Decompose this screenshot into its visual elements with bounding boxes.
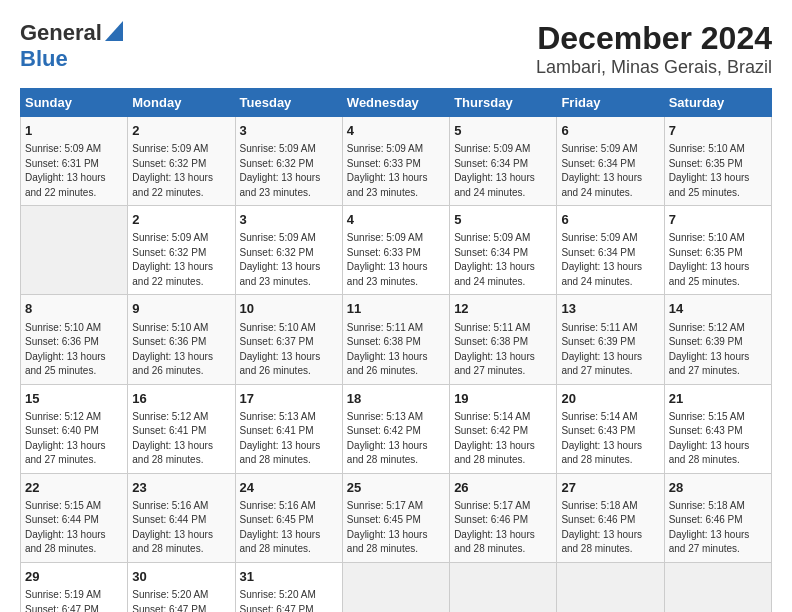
logo: General Blue	[20, 20, 123, 72]
day-number: 31	[240, 568, 338, 586]
col-monday: Monday	[128, 89, 235, 117]
day-number: 12	[454, 300, 552, 318]
calendar-week-row: 15Sunrise: 5:12 AM Sunset: 6:40 PM Dayli…	[21, 384, 772, 473]
day-info: Sunrise: 5:18 AM Sunset: 6:46 PM Dayligh…	[669, 499, 767, 557]
table-row: 30Sunrise: 5:20 AM Sunset: 6:47 PM Dayli…	[128, 562, 235, 612]
day-number: 13	[561, 300, 659, 318]
table-row: 5Sunrise: 5:09 AM Sunset: 6:34 PM Daylig…	[450, 206, 557, 295]
calendar-week-row: 2Sunrise: 5:09 AM Sunset: 6:32 PM Daylig…	[21, 206, 772, 295]
calendar-header-row: Sunday Monday Tuesday Wednesday Thursday…	[21, 89, 772, 117]
day-info: Sunrise: 5:20 AM Sunset: 6:47 PM Dayligh…	[132, 588, 230, 612]
table-row: 12Sunrise: 5:11 AM Sunset: 6:38 PM Dayli…	[450, 295, 557, 384]
table-row: 2Sunrise: 5:09 AM Sunset: 6:32 PM Daylig…	[128, 117, 235, 206]
table-row	[21, 206, 128, 295]
table-row: 25Sunrise: 5:17 AM Sunset: 6:45 PM Dayli…	[342, 473, 449, 562]
day-number: 7	[669, 122, 767, 140]
day-info: Sunrise: 5:11 AM Sunset: 6:38 PM Dayligh…	[347, 321, 445, 379]
day-number: 5	[454, 122, 552, 140]
day-number: 14	[669, 300, 767, 318]
calendar-subtitle: Lambari, Minas Gerais, Brazil	[536, 57, 772, 78]
day-number: 27	[561, 479, 659, 497]
day-info: Sunrise: 5:09 AM Sunset: 6:34 PM Dayligh…	[561, 142, 659, 200]
table-row: 6Sunrise: 5:09 AM Sunset: 6:34 PM Daylig…	[557, 206, 664, 295]
day-info: Sunrise: 5:09 AM Sunset: 6:34 PM Dayligh…	[454, 231, 552, 289]
day-number: 20	[561, 390, 659, 408]
col-saturday: Saturday	[664, 89, 771, 117]
svg-marker-0	[105, 21, 123, 41]
day-info: Sunrise: 5:09 AM Sunset: 6:32 PM Dayligh…	[132, 142, 230, 200]
table-row: 1Sunrise: 5:09 AM Sunset: 6:31 PM Daylig…	[21, 117, 128, 206]
day-number: 26	[454, 479, 552, 497]
day-number: 29	[25, 568, 123, 586]
day-number: 1	[25, 122, 123, 140]
day-number: 2	[132, 211, 230, 229]
day-info: Sunrise: 5:10 AM Sunset: 6:35 PM Dayligh…	[669, 231, 767, 289]
table-row: 17Sunrise: 5:13 AM Sunset: 6:41 PM Dayli…	[235, 384, 342, 473]
table-row: 31Sunrise: 5:20 AM Sunset: 6:47 PM Dayli…	[235, 562, 342, 612]
table-row: 27Sunrise: 5:18 AM Sunset: 6:46 PM Dayli…	[557, 473, 664, 562]
col-sunday: Sunday	[21, 89, 128, 117]
day-number: 11	[347, 300, 445, 318]
day-info: Sunrise: 5:10 AM Sunset: 6:36 PM Dayligh…	[132, 321, 230, 379]
table-row: 18Sunrise: 5:13 AM Sunset: 6:42 PM Dayli…	[342, 384, 449, 473]
day-number: 8	[25, 300, 123, 318]
day-number: 10	[240, 300, 338, 318]
table-row: 8Sunrise: 5:10 AM Sunset: 6:36 PM Daylig…	[21, 295, 128, 384]
day-info: Sunrise: 5:20 AM Sunset: 6:47 PM Dayligh…	[240, 588, 338, 612]
calendar-title: December 2024	[536, 20, 772, 57]
day-info: Sunrise: 5:16 AM Sunset: 6:44 PM Dayligh…	[132, 499, 230, 557]
day-number: 17	[240, 390, 338, 408]
table-row: 20Sunrise: 5:14 AM Sunset: 6:43 PM Dayli…	[557, 384, 664, 473]
table-row: 24Sunrise: 5:16 AM Sunset: 6:45 PM Dayli…	[235, 473, 342, 562]
day-info: Sunrise: 5:18 AM Sunset: 6:46 PM Dayligh…	[561, 499, 659, 557]
day-info: Sunrise: 5:09 AM Sunset: 6:32 PM Dayligh…	[240, 231, 338, 289]
day-info: Sunrise: 5:14 AM Sunset: 6:42 PM Dayligh…	[454, 410, 552, 468]
day-number: 9	[132, 300, 230, 318]
day-number: 15	[25, 390, 123, 408]
day-number: 19	[454, 390, 552, 408]
day-info: Sunrise: 5:13 AM Sunset: 6:42 PM Dayligh…	[347, 410, 445, 468]
day-info: Sunrise: 5:09 AM Sunset: 6:34 PM Dayligh…	[454, 142, 552, 200]
table-row: 14Sunrise: 5:12 AM Sunset: 6:39 PM Dayli…	[664, 295, 771, 384]
day-number: 2	[132, 122, 230, 140]
day-number: 18	[347, 390, 445, 408]
table-row: 15Sunrise: 5:12 AM Sunset: 6:40 PM Dayli…	[21, 384, 128, 473]
table-row: 29Sunrise: 5:19 AM Sunset: 6:47 PM Dayli…	[21, 562, 128, 612]
day-info: Sunrise: 5:14 AM Sunset: 6:43 PM Dayligh…	[561, 410, 659, 468]
day-info: Sunrise: 5:09 AM Sunset: 6:33 PM Dayligh…	[347, 142, 445, 200]
col-thursday: Thursday	[450, 89, 557, 117]
day-info: Sunrise: 5:09 AM Sunset: 6:33 PM Dayligh…	[347, 231, 445, 289]
col-friday: Friday	[557, 89, 664, 117]
day-number: 21	[669, 390, 767, 408]
table-row: 4Sunrise: 5:09 AM Sunset: 6:33 PM Daylig…	[342, 206, 449, 295]
day-info: Sunrise: 5:10 AM Sunset: 6:35 PM Dayligh…	[669, 142, 767, 200]
logo-arrow-icon	[105, 21, 123, 45]
day-number: 5	[454, 211, 552, 229]
table-row	[450, 562, 557, 612]
table-row: 9Sunrise: 5:10 AM Sunset: 6:36 PM Daylig…	[128, 295, 235, 384]
day-number: 30	[132, 568, 230, 586]
col-wednesday: Wednesday	[342, 89, 449, 117]
table-row: 7Sunrise: 5:10 AM Sunset: 6:35 PM Daylig…	[664, 206, 771, 295]
calendar-week-row: 8Sunrise: 5:10 AM Sunset: 6:36 PM Daylig…	[21, 295, 772, 384]
day-number: 22	[25, 479, 123, 497]
day-info: Sunrise: 5:12 AM Sunset: 6:40 PM Dayligh…	[25, 410, 123, 468]
table-row: 3Sunrise: 5:09 AM Sunset: 6:32 PM Daylig…	[235, 206, 342, 295]
day-number: 7	[669, 211, 767, 229]
logo-blue: Blue	[20, 46, 68, 71]
day-number: 25	[347, 479, 445, 497]
table-row: 6Sunrise: 5:09 AM Sunset: 6:34 PM Daylig…	[557, 117, 664, 206]
table-row	[342, 562, 449, 612]
calendar-week-row: 29Sunrise: 5:19 AM Sunset: 6:47 PM Dayli…	[21, 562, 772, 612]
table-row: 2Sunrise: 5:09 AM Sunset: 6:32 PM Daylig…	[128, 206, 235, 295]
day-number: 24	[240, 479, 338, 497]
day-info: Sunrise: 5:12 AM Sunset: 6:39 PM Dayligh…	[669, 321, 767, 379]
day-info: Sunrise: 5:17 AM Sunset: 6:46 PM Dayligh…	[454, 499, 552, 557]
day-info: Sunrise: 5:13 AM Sunset: 6:41 PM Dayligh…	[240, 410, 338, 468]
day-info: Sunrise: 5:09 AM Sunset: 6:34 PM Dayligh…	[561, 231, 659, 289]
day-info: Sunrise: 5:12 AM Sunset: 6:41 PM Dayligh…	[132, 410, 230, 468]
col-tuesday: Tuesday	[235, 89, 342, 117]
day-number: 28	[669, 479, 767, 497]
logo-general: General	[20, 20, 102, 46]
day-number: 23	[132, 479, 230, 497]
